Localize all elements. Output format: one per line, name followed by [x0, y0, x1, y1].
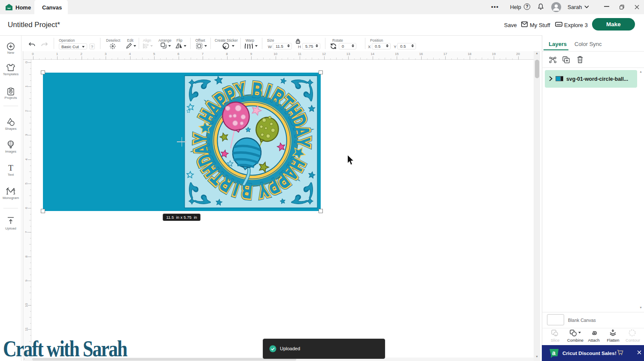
svg-text:a: a [552, 349, 556, 356]
svg-text:Y: Y [190, 134, 214, 144]
svg-text:Y: Y [290, 137, 314, 147]
